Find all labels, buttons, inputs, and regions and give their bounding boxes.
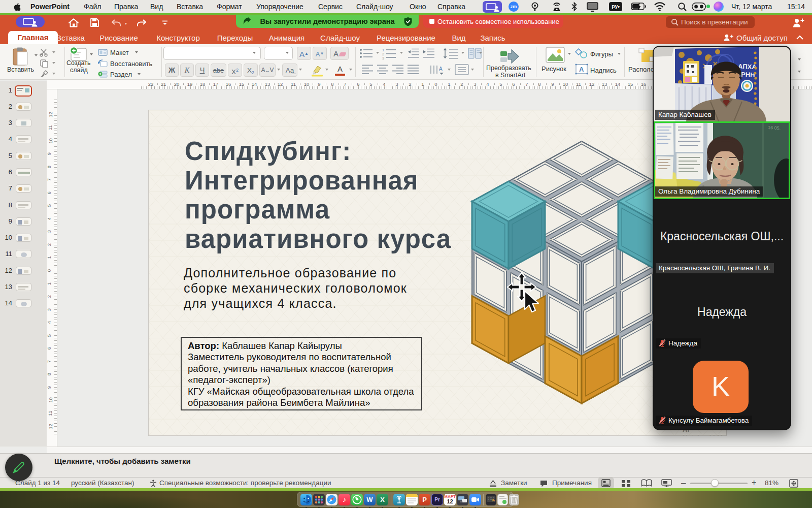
svg-text:А: А bbox=[439, 66, 443, 72]
svg-text:16 05.: 16 05. bbox=[768, 125, 781, 131]
svg-text:Pr: Pr bbox=[492, 499, 495, 502]
svg-text:3: 3 bbox=[382, 56, 384, 60]
svg-text:РНН: РНН bbox=[741, 71, 755, 79]
svg-text:А: А bbox=[579, 66, 584, 73]
